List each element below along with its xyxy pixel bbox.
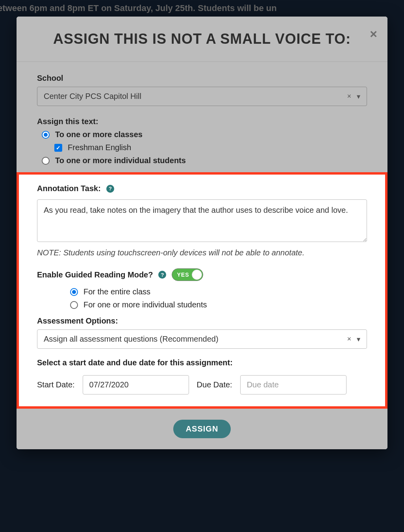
assessment-options-value: Assign all assessment questions (Recomme… — [44, 335, 347, 344]
guided-reading-label: Enable Guided Reading Mode? — [37, 270, 153, 279]
date-section-heading: Select a start date and due date for thi… — [37, 358, 367, 367]
radio-icon — [42, 131, 50, 139]
clear-icon[interactable]: × — [347, 335, 351, 344]
radio-guided-individual-label: For one or more individual students — [83, 300, 207, 309]
due-date-input[interactable] — [240, 375, 347, 394]
assign-button[interactable]: ASSIGN — [173, 420, 231, 438]
highlighted-section: Annotation Task: ? NOTE: Students using … — [17, 172, 387, 409]
modal-title: ASSIGN THIS IS NOT A SMALL VOICE TO: — [39, 29, 365, 49]
assign-text-label: Assign this text: — [37, 117, 367, 126]
guided-reading-toggle[interactable]: YES — [172, 268, 203, 281]
maintenance-banner: maintenance between 6pm and 8pm ET on Sa… — [0, 3, 277, 13]
start-date-label: Start Date: — [37, 380, 75, 389]
radio-entire-class-label: For the entire class — [83, 287, 150, 296]
chevron-down-icon[interactable]: ▾ — [357, 335, 360, 344]
checkbox-freshman-english[interactable]: ✓ Freshman English — [37, 143, 367, 152]
assessment-options-label: Assessment Options: — [37, 316, 367, 326]
toggle-knob — [192, 270, 202, 280]
help-icon[interactable]: ? — [158, 271, 166, 279]
annotation-task-label: Annotation Task: — [37, 184, 101, 193]
modal-header: ASSIGN THIS IS NOT A SMALL VOICE TO: × — [17, 17, 387, 62]
annotation-task-input[interactable] — [37, 199, 367, 242]
radio-to-individual-students-label: To one or more individual students — [55, 156, 186, 165]
help-icon[interactable]: ? — [106, 185, 114, 193]
radio-icon — [70, 288, 78, 296]
school-select-value: Center City PCS Capitol Hill — [44, 92, 347, 101]
radio-entire-class[interactable]: For the entire class — [37, 287, 367, 296]
radio-to-classes[interactable]: To one or more classes — [37, 130, 367, 139]
assessment-options-select[interactable]: Assign all assessment questions (Recomme… — [37, 329, 367, 349]
radio-to-individual-students[interactable]: To one or more individual students — [37, 156, 367, 165]
modal-body: School Center City PCS Capitol Hill × ▾ … — [17, 62, 387, 409]
radio-guided-individual[interactable]: For one or more individual students — [37, 300, 367, 309]
due-date-label: Due Date: — [197, 380, 232, 389]
checkbox-freshman-label: Freshman English — [68, 143, 131, 152]
school-label: School — [37, 74, 367, 83]
school-select[interactable]: Center City PCS Capitol Hill × ▾ — [37, 87, 367, 106]
chevron-down-icon[interactable]: ▾ — [357, 92, 360, 101]
modal-footer: ASSIGN — [17, 409, 387, 449]
radio-icon — [42, 157, 50, 165]
assign-modal: ASSIGN THIS IS NOT A SMALL VOICE TO: × S… — [17, 17, 387, 449]
clear-icon[interactable]: × — [347, 92, 351, 101]
annotation-note: NOTE: Students using touchscreen-only de… — [37, 248, 367, 257]
checkbox-icon: ✓ — [54, 144, 62, 152]
radio-to-classes-label: To one or more classes — [55, 130, 143, 139]
close-button[interactable]: × — [370, 28, 377, 40]
start-date-input[interactable] — [83, 375, 189, 394]
radio-icon — [70, 301, 78, 309]
close-icon: × — [370, 27, 377, 41]
toggle-label: YES — [177, 272, 189, 278]
